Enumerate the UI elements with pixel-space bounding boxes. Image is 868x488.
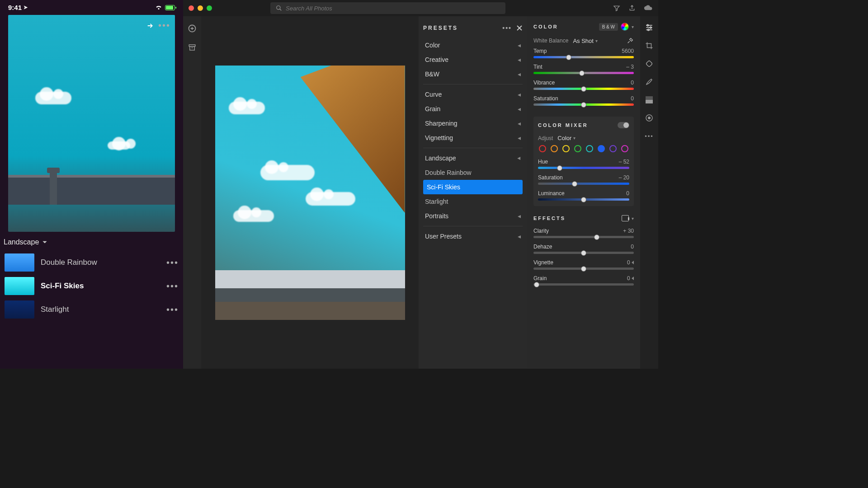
color-mixer-toggle[interactable]: [618, 122, 629, 128]
add-photo-button[interactable]: [187, 23, 197, 33]
preset-thumb: [5, 277, 34, 295]
preset-more-button[interactable]: •••: [166, 305, 179, 315]
color-swatch[interactable]: [586, 145, 593, 152]
eyedropper-icon[interactable]: [627, 37, 634, 44]
temp-slider[interactable]: Temp 5600: [533, 46, 634, 62]
share-icon[interactable]: [145, 21, 154, 30]
chevron-down-icon[interactable]: ▾: [632, 216, 634, 221]
color-swatch[interactable]: [609, 145, 617, 152]
crop-icon[interactable]: [644, 41, 654, 51]
effects-title: EFFECTS: [533, 216, 566, 221]
white-balance-row[interactable]: White Balance As Shot ▾: [533, 35, 634, 46]
mobile-preset-group[interactable]: Landscape: [0, 232, 183, 251]
color-swatch[interactable]: [621, 145, 628, 152]
window-controls[interactable]: [189, 5, 212, 11]
cloud-sync-icon[interactable]: [644, 5, 653, 12]
expand-caret-icon[interactable]: [632, 277, 634, 280]
heal-icon[interactable]: [644, 59, 654, 69]
adjust-select[interactable]: Color ▾: [557, 135, 576, 141]
preset-category-bw[interactable]: B&W◂: [423, 67, 523, 81]
preset-category-grain[interactable]: Grain◂: [423, 102, 523, 116]
desktop-app: PRESETS ••• Color◂Creative◂B&W◂ Curve◂Gr…: [183, 0, 658, 369]
presets-panel: PRESETS ••• Color◂Creative◂B&W◂ Curve◂Gr…: [419, 16, 527, 369]
expand-caret-icon[interactable]: [632, 261, 634, 264]
linear-gradient-icon[interactable]: [644, 95, 654, 105]
preset-name: Sci-Fi Skies: [41, 282, 160, 291]
preset-item[interactable]: Double Rainbow: [423, 165, 523, 180]
mobile-photo-preview: •••: [8, 15, 175, 232]
hue-slider[interactable]: Hue – 52: [538, 157, 629, 173]
svg-point-11: [648, 117, 651, 119]
chevron-left-icon: ◂: [518, 70, 521, 78]
presets-more-button[interactable]: •••: [502, 24, 512, 32]
svg-point-6: [648, 29, 649, 30]
grain-slider[interactable]: Grain 0: [533, 273, 634, 289]
preset-more-button[interactable]: •••: [166, 258, 179, 268]
vignette-slider[interactable]: Vignette 0: [533, 258, 634, 273]
preset-category-creative[interactable]: Creative◂: [423, 52, 523, 67]
bw-toggle-button[interactable]: B & W: [599, 23, 618, 31]
preset-item[interactable]: Sci-Fi Skies: [423, 180, 523, 194]
preset-category-color[interactable]: Color◂: [423, 38, 523, 52]
close-presets-button[interactable]: [516, 25, 523, 31]
preset-group-user[interactable]: User Presets ◂: [423, 229, 523, 244]
vibrance-slider[interactable]: Vibrance 0: [533, 78, 634, 94]
saturation-slider[interactable]: Saturation 0: [533, 94, 634, 109]
close-window-button[interactable]: [189, 5, 194, 11]
search-input[interactable]: [286, 5, 500, 12]
luminance-slider[interactable]: Luminance 0: [538, 188, 629, 204]
minimize-window-button[interactable]: [198, 5, 203, 11]
saturation-slider[interactable]: Saturation – 20: [538, 173, 629, 188]
preset-category-sharpening[interactable]: Sharpening◂: [423, 116, 523, 131]
mobile-preset-row[interactable]: Double Rainbow •••: [0, 251, 183, 274]
mobile-preset-row[interactable]: Sci-Fi Skies •••: [0, 274, 183, 298]
chevron-left-icon: ◂: [518, 212, 521, 220]
white-balance-select[interactable]: As Shot ▾: [573, 38, 598, 44]
archive-button[interactable]: [187, 42, 197, 52]
preset-group-portraits[interactable]: Portraits ◂: [423, 209, 523, 223]
color-swatch[interactable]: [574, 145, 581, 152]
mobile-preset-row[interactable]: Starlight •••: [0, 298, 183, 321]
search-field[interactable]: [270, 2, 505, 14]
effects-section: EFFECTS ▾ Clarity + 30 Dehaze 0 Vignette…: [533, 213, 634, 289]
color-swatch[interactable]: [539, 145, 546, 152]
color-section-title: COLOR: [533, 24, 558, 29]
more-tools-icon[interactable]: •••: [644, 131, 654, 141]
search-icon: [276, 5, 282, 11]
filter-icon[interactable]: [613, 5, 620, 12]
preset-category-vignetting[interactable]: Vignetting◂: [423, 131, 523, 145]
main-photo: [215, 66, 405, 320]
color-swatch[interactable]: [598, 145, 605, 152]
share-icon[interactable]: [628, 5, 636, 12]
clarity-slider[interactable]: Clarity + 30: [533, 226, 634, 242]
radial-gradient-icon[interactable]: [644, 113, 654, 123]
photo-canvas[interactable]: [201, 16, 419, 369]
dehaze-slider[interactable]: Dehaze 0: [533, 242, 634, 258]
tint-slider[interactable]: Tint – 3: [533, 62, 634, 78]
chevron-down-icon[interactable]: ▾: [632, 24, 634, 29]
mobile-preview-panel: 9:41 ➤ ••• Landscape Double Rainbow ••• …: [0, 0, 183, 369]
color-profile-button[interactable]: [621, 23, 629, 31]
color-swatch[interactable]: [562, 145, 570, 152]
brush-icon[interactable]: [644, 77, 654, 87]
chevron-down-icon: ▾: [595, 38, 598, 43]
left-tool-rail: [183, 16, 201, 369]
sliders-panel-icon[interactable]: [644, 23, 654, 33]
preset-item[interactable]: Starlight: [423, 194, 523, 209]
adjustments-panel: COLOR B & W ▾ White Balance As Shot ▾: [527, 16, 640, 369]
preset-more-button[interactable]: •••: [166, 281, 179, 291]
location-arrow-icon: ➤: [24, 5, 28, 10]
zoom-window-button[interactable]: [207, 5, 212, 11]
mobile-more-button[interactable]: •••: [158, 20, 170, 31]
presets-title: PRESETS: [423, 25, 458, 31]
svg-point-4: [647, 24, 648, 26]
chevron-down-icon: ▾: [573, 136, 576, 141]
svg-point-0: [277, 6, 280, 9]
effects-mode-icon[interactable]: [622, 215, 629, 221]
color-swatch[interactable]: [551, 145, 558, 152]
chevron-down-icon: [42, 239, 48, 245]
preset-group-landscape[interactable]: Landscape ▾: [423, 151, 523, 165]
preset-name: Starlight: [41, 305, 160, 314]
preset-group-label: Landscape: [4, 238, 39, 246]
preset-category-curve[interactable]: Curve◂: [423, 87, 523, 102]
